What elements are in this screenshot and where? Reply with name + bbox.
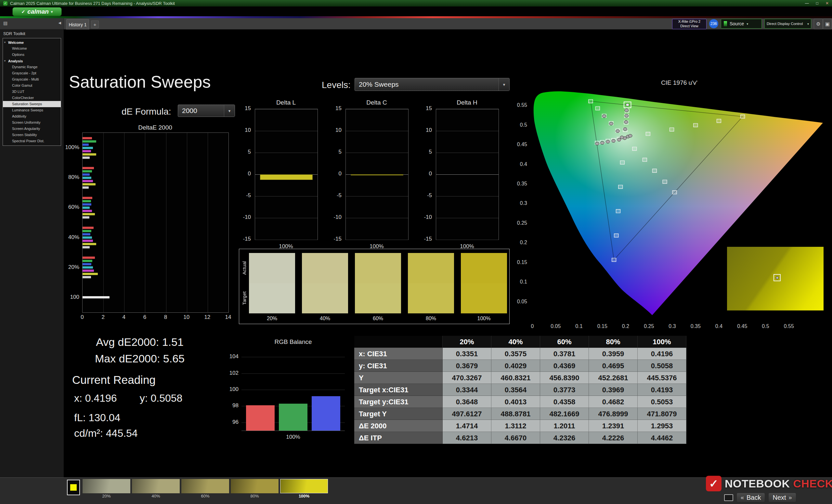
cell-value: 471.8079 (638, 408, 686, 420)
x-axis-label: 0.15 (597, 324, 607, 329)
sidebar-item-luminance-sweeps[interactable]: Luminance Sweeps (3, 107, 61, 113)
chevron-down-icon: ▾ (224, 105, 235, 117)
x-axis-label: 100% (241, 434, 345, 440)
x-axis-label: 0.5 (762, 324, 769, 329)
tree-collapse-icon[interactable]: ▾ (4, 40, 5, 45)
pattern-thumb-60[interactable]: 60% (181, 479, 229, 499)
settings-gear-button[interactable]: ⚙ (814, 19, 823, 29)
x-axis-label: 0.25 (644, 324, 654, 329)
minimize-button[interactable]: — (805, 1, 809, 5)
bar (82, 243, 96, 245)
bar (82, 263, 91, 265)
sidebar-item-options[interactable]: Options (3, 52, 61, 58)
thumb-label: 100% (280, 493, 328, 499)
next-button[interactable]: Next » (768, 493, 796, 502)
levels-dropdown[interactable]: 20% Sweeps ▾ (355, 78, 510, 91)
table-row: Target y:CIE310.36480.40130.43580.46820.… (354, 396, 688, 408)
de-formula-dropdown[interactable]: 2000 ▾ (178, 105, 235, 117)
tree-collapse-icon[interactable]: ▾ (4, 59, 5, 63)
y-axis: 151050-5-10-15 (240, 109, 253, 239)
meter-button[interactable]: X-Rite i1Pro 2 Direct View (672, 19, 706, 29)
measurement-table: 20%40%60%80%100%x: CIE310.33510.35750.37… (354, 336, 688, 444)
measured-marker (625, 114, 628, 117)
session-badge[interactable]: 236 (709, 19, 718, 28)
bar (82, 173, 90, 176)
red-bar (246, 405, 275, 430)
sidebar-group-analysis[interactable]: ▾Analysis (3, 58, 61, 64)
collapse-sidebar-button[interactable]: ◀ (58, 21, 61, 25)
pattern-thumb-window[interactable] (67, 480, 80, 495)
actual-swatch (461, 253, 507, 283)
sidebar-group-welcome[interactable]: ▾Welcome (3, 39, 61, 46)
bar (82, 260, 92, 262)
target-marker (652, 169, 656, 172)
y-axis-label: 98 (232, 402, 238, 409)
next-label: Next (773, 494, 786, 501)
sidebar-item-colorchecker[interactable]: ColorChecker (3, 95, 61, 101)
pattern-thumb-20[interactable]: 20% (82, 479, 130, 499)
plot-area (436, 109, 499, 240)
meter-name: X-Rite i1Pro 2 (672, 20, 706, 24)
pattern-thumb-100[interactable]: 100% (280, 479, 328, 499)
tab-history-1[interactable]: History 1 (66, 19, 89, 30)
sidebar-item-screen-angularity[interactable]: Screen Angularity (3, 126, 61, 132)
page-title: Saturation Sweeps (69, 72, 211, 91)
target-marker (612, 258, 616, 262)
bar (82, 150, 91, 152)
layout-button[interactable]: ▣ (823, 19, 832, 29)
maximize-button[interactable]: □ (816, 1, 818, 5)
swatch-label: 80% (408, 316, 454, 321)
column-header: 20% (443, 336, 491, 348)
sidebar-item-grayscale-2pt[interactable]: Grayscale - 2pt (3, 71, 61, 77)
cell-value: 0.3575 (491, 348, 540, 360)
y-axis-label: 5 (248, 149, 251, 155)
calman-menu-button[interactable]: ✓ calman ▾ (12, 7, 62, 16)
pattern-thumb-40[interactable]: 40% (132, 479, 180, 499)
sidebar-item-dynamic-range[interactable]: Dynamic Range (3, 64, 61, 71)
target-marker (620, 161, 624, 164)
pattern-window-toggle-icon[interactable] (724, 494, 733, 501)
source-dropdown[interactable]: Source ▾ (721, 19, 762, 29)
bar-group-40 (82, 223, 229, 253)
sidebar-item-additivity[interactable]: Additivity (3, 113, 61, 119)
pattern-strip: 20%40%60%80%100% ✓ NOTEBOOKCHECK « Back … (0, 477, 832, 504)
add-tab-button[interactable]: + (91, 21, 99, 28)
sidebar-item-saturation-sweeps[interactable]: Saturation Sweeps (3, 101, 61, 107)
sidebar-item-spectral-power-dist[interactable]: Spectral Power Dist. (3, 138, 61, 144)
close-button[interactable]: ✕ (826, 1, 829, 5)
delta-l-chart: Delta L151050-5-10-15100% (240, 99, 318, 252)
workflow-icon[interactable]: ▤ (3, 21, 7, 26)
blue-bar (312, 396, 340, 430)
y-axis-label: -5 (246, 192, 251, 199)
pattern-preview-window[interactable] (727, 247, 824, 310)
y-axis: 1041021009896 (227, 338, 240, 440)
cell-value: 0.5053 (638, 396, 686, 408)
cell-value: 1.4714 (443, 420, 491, 432)
measured-marker (625, 109, 628, 112)
table-row: x: CIE310.33510.35750.37810.39590.4196 (354, 348, 688, 360)
swatch-label: 20% (249, 316, 295, 321)
sidebar-item-grayscale-multi[interactable]: Grayscale - Multi (3, 77, 61, 83)
sidebar-item-color-gamut[interactable]: Color Gamut (3, 83, 61, 89)
cell-value: 0.3344 (443, 384, 491, 396)
levels-label: Levels: (322, 80, 351, 90)
delta-h-chart: Delta H151050-5-10-15100% (421, 99, 499, 252)
pattern-thumb-80[interactable]: 80% (231, 479, 279, 499)
display-control-dropdown[interactable]: Direct Display Control ▾ (764, 19, 811, 29)
actual-swatch (408, 253, 454, 283)
notebookcheck-watermark: ✓ NOTEBOOKCHECK (706, 476, 832, 491)
sidebar-item-welcome[interactable]: Welcome (3, 46, 61, 52)
back-button[interactable]: « Back (736, 493, 765, 502)
cell-value: 0.4358 (540, 396, 589, 408)
sidebar-item-3d-lut[interactable]: 3D LUT (3, 89, 61, 95)
avg-de2000: Avg dE2000: 1.51 (75, 334, 204, 351)
gridline (346, 131, 408, 131)
y-axis-label: 102 (230, 370, 238, 376)
sidebar-item-screen-stability[interactable]: Screen Stability (3, 132, 61, 138)
y-axis-label: -5 (427, 192, 432, 199)
y-axis-label: -5 (337, 192, 342, 199)
sidebar-title: SDR Toolkit (0, 29, 64, 37)
y-axis-label: 15 (335, 105, 342, 112)
sidebar-item-screen-uniformity[interactable]: Screen Uniformity (3, 119, 61, 126)
target-swatch (461, 283, 507, 313)
